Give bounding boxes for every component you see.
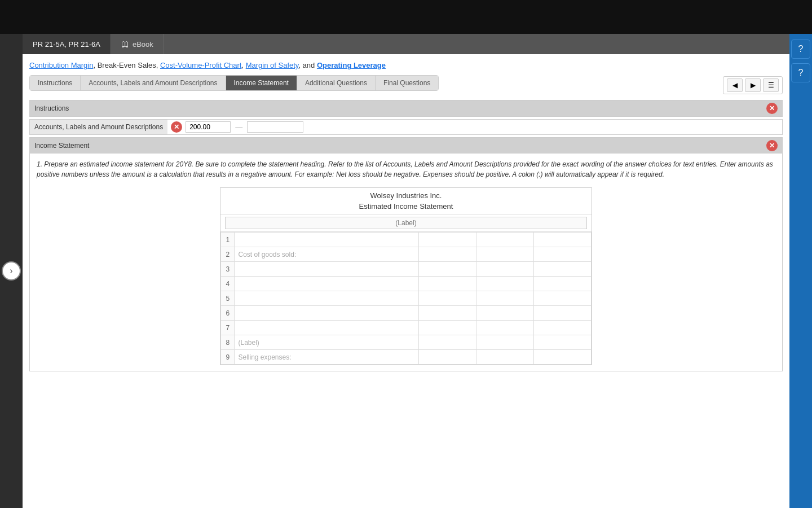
- left-panel-toggle: ›: [0, 34, 23, 508]
- nav-menu-icon[interactable]: ☰: [763, 78, 779, 92]
- accounts-row: Accounts, Labels and Amount Descriptions…: [29, 119, 783, 135]
- row-val-input-2b[interactable]: [480, 251, 530, 259]
- instructions-panel-header: Instructions ✕: [30, 100, 782, 116]
- income-panel-close[interactable]: ✕: [766, 140, 778, 151]
- row-val-input-5c[interactable]: [537, 295, 588, 303]
- accounts-input2[interactable]: [247, 121, 303, 133]
- instructions-panel: Instructions ✕: [29, 100, 783, 117]
- top-tab-bar: PR 21-5A, PR 21-6A 🕮 eBook: [23, 34, 789, 54]
- table-row: 8 (Label): [221, 335, 592, 350]
- tab-additional-questions-label: Additional Questions: [305, 79, 367, 87]
- nav-next-icon[interactable]: ▶: [745, 78, 761, 92]
- tab-additional-questions[interactable]: Additional Questions: [297, 76, 376, 90]
- table-row: 6: [221, 306, 592, 321]
- income-body: 1. Prepare an estimated income statement…: [30, 154, 782, 371]
- row-val-input-8b[interactable]: [480, 339, 530, 347]
- row-num-8: 8: [221, 335, 235, 350]
- row-val-input-3a[interactable]: [422, 265, 473, 273]
- row-val-input-1b[interactable]: [480, 236, 530, 244]
- row-num-3: 3: [221, 262, 235, 277]
- row-label-text-8: (Label): [238, 339, 259, 347]
- income-panel-title: Income Statement: [34, 142, 89, 150]
- table-row: 4: [221, 277, 592, 291]
- income-panel-header: Income Statement ✕: [30, 138, 782, 154]
- breadcrumb: Contribution Margin, Break-Even Sales, C…: [29, 61, 783, 69]
- breadcrumb-link-cvp-chart[interactable]: Cost-Volume-Profit Chart: [160, 61, 242, 69]
- row-val-input-4c[interactable]: [537, 280, 588, 288]
- breadcrumb-link-operating-leverage[interactable]: Operating Leverage: [317, 61, 386, 69]
- row-label-input-4[interactable]: [238, 280, 414, 288]
- tab-instructions[interactable]: Instructions: [30, 76, 81, 90]
- stmt-label-row: [220, 214, 592, 232]
- table-row: 7: [221, 321, 592, 335]
- tab-ebook[interactable]: 🕮 eBook: [111, 34, 164, 54]
- row-val-input-6b[interactable]: [480, 309, 530, 317]
- help-chat-icon[interactable]: ?: [791, 40, 810, 59]
- row-label-text-2: Cost of goods sold:: [238, 251, 296, 259]
- tab-final-questions[interactable]: Final Questions: [376, 76, 438, 90]
- accounts-dash: —: [231, 123, 247, 132]
- row-val-input-1c[interactable]: [537, 236, 588, 244]
- breadcrumb-link-margin-safety[interactable]: Margin of Safety: [246, 61, 299, 69]
- row-val-input-9c[interactable]: [537, 353, 588, 361]
- row-label-2: Cost of goods sold:: [235, 247, 418, 262]
- row-val-input-6c[interactable]: [537, 309, 588, 317]
- breadcrumb-text-1: , Break-Even Sales,: [93, 61, 160, 69]
- toggle-button[interactable]: ›: [2, 261, 21, 281]
- row-val-input-9b[interactable]: [480, 353, 530, 361]
- row-val-input-7b[interactable]: [480, 324, 530, 332]
- row-num-2: 2: [221, 247, 235, 262]
- table-row: 3: [221, 262, 592, 277]
- row-label-input-3[interactable]: [238, 265, 414, 273]
- row-label-input-1[interactable]: [238, 236, 414, 244]
- breadcrumb-link-contribution-margin[interactable]: Contribution Margin: [29, 61, 93, 69]
- table-row: 1: [221, 233, 592, 247]
- row-label-input-5[interactable]: [238, 295, 414, 303]
- row-val-input-3b[interactable]: [480, 265, 530, 273]
- row-val1-2: [418, 247, 476, 262]
- stmt-label-input[interactable]: [225, 217, 587, 229]
- help-info-icon[interactable]: ?: [791, 63, 810, 82]
- row-val-input-7a[interactable]: [422, 324, 473, 332]
- stmt-company-name: Wolsey Industries Inc.: [220, 188, 592, 201]
- row-label-input-7[interactable]: [238, 324, 414, 332]
- row-label-9: Selling expenses:: [235, 350, 418, 365]
- tab-ebook-label: eBook: [133, 40, 153, 49]
- stmt-table-subtitle: Estimated Income Statement: [220, 201, 592, 214]
- row-val-input-5b[interactable]: [480, 295, 530, 303]
- tab-instructions-label: Instructions: [38, 79, 72, 87]
- table-row: 2 Cost of goods sold:: [221, 247, 592, 262]
- row-val2-2: [476, 247, 533, 262]
- row-val-input-1a[interactable]: [422, 236, 473, 244]
- instructions-panel-title: Instructions: [34, 104, 69, 112]
- row-val-input-9a[interactable]: [422, 353, 473, 361]
- main-wrapper: › PR 21-5A, PR 21-6A 🕮 eBook Contributio…: [0, 34, 812, 508]
- row-val-input-4a[interactable]: [422, 280, 473, 288]
- panels-area: Instructions ✕ Accounts, Labels and Amou…: [29, 100, 783, 508]
- row-val-input-3c[interactable]: [537, 265, 588, 273]
- row-val-input-8a[interactable]: [422, 339, 473, 347]
- row-val-input-7c[interactable]: [537, 324, 588, 332]
- row-val-input-4b[interactable]: [480, 280, 530, 288]
- top-bar: [0, 0, 812, 34]
- row-val-input-2c[interactable]: [537, 251, 588, 259]
- row-label-input-6[interactable]: [238, 309, 414, 317]
- tab-accounts[interactable]: Accounts, Labels and Amount Descriptions: [81, 76, 226, 90]
- nav-prev-icon[interactable]: ◀: [727, 78, 743, 92]
- chevron-right-icon: ›: [10, 266, 12, 276]
- row-num-7: 7: [221, 321, 235, 335]
- income-instructions-text: 1. Prepare an estimated income statement…: [37, 159, 775, 179]
- row-val-input-5a[interactable]: [422, 295, 473, 303]
- income-statement-panel: Income Statement ✕ 1. Prepare an estimat…: [29, 137, 783, 371]
- accounts-panel-close[interactable]: ✕: [171, 121, 182, 133]
- row-val-input-2a[interactable]: [422, 251, 473, 259]
- tab-income-statement[interactable]: Income Statement: [226, 76, 297, 90]
- tab-pr21[interactable]: PR 21-5A, PR 21-6A: [23, 34, 111, 54]
- instructions-panel-close[interactable]: ✕: [766, 103, 778, 114]
- row-val-input-8c[interactable]: [537, 339, 588, 347]
- accounts-input[interactable]: [186, 121, 231, 133]
- row-val-input-6a[interactable]: [422, 309, 473, 317]
- table-row: 5: [221, 291, 592, 306]
- row-val1-1: [418, 233, 476, 247]
- row-num-6: 6: [221, 306, 235, 321]
